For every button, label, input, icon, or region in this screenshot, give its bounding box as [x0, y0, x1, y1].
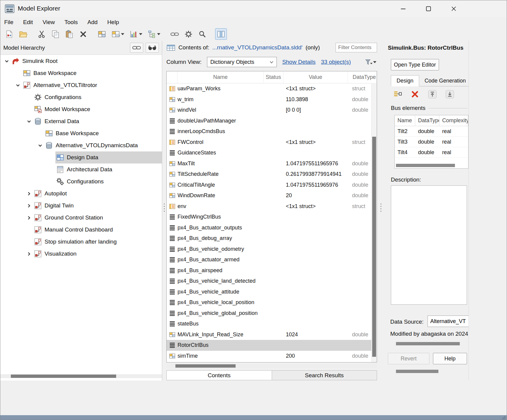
paste-icon-button[interactable] — [63, 28, 75, 40]
column-view-icon-button[interactable] — [215, 28, 227, 40]
panel-splitter-left[interactable] — [162, 41, 166, 381]
properties-hscrollbar-thumb[interactable] — [396, 342, 460, 345]
tree-item[interactable]: Digital Twin — [0, 200, 162, 212]
table-row[interactable]: WindDownRate20double — [167, 190, 377, 201]
tree-item[interactable]: Simulink Root — [0, 55, 162, 67]
bus-element-row[interactable]: Tilt4doublereal — [395, 147, 468, 158]
table-row[interactable]: px4_Bus_vehicle_land_detected — [167, 276, 377, 287]
tab-design[interactable]: Design — [391, 75, 419, 86]
glasses-button[interactable] — [146, 43, 159, 53]
tab-search-results[interactable]: Search Results — [272, 370, 377, 380]
contents-hscrollbar[interactable] — [166, 364, 377, 368]
column-header-name[interactable]: Name — [178, 71, 264, 83]
table-row[interactable]: GuidanceStates — [167, 148, 377, 158]
table-row[interactable]: innerLoopCmdsBus — [167, 126, 377, 137]
tree-item[interactable]: Base Workspace — [0, 67, 162, 79]
dropdown-arrow-icon[interactable] — [156, 33, 160, 35]
column-header-status[interactable]: Status — [264, 71, 283, 83]
tree-item[interactable]: Design Data — [0, 151, 162, 163]
expand-toggle[interactable] — [3, 59, 11, 64]
contents-hscrollbar-thumb[interactable] — [175, 364, 236, 368]
table-row[interactable]: px4_Bus_vehicle_local_position — [167, 297, 377, 308]
data-source-input[interactable] — [428, 316, 469, 327]
column-header-datatype[interactable]: DataType — [348, 71, 377, 83]
table-row[interactable]: px4_Bus_vehicle_odometry — [167, 244, 377, 255]
bus-element-row[interactable]: Tilt3doublereal — [395, 137, 468, 147]
workspace-grid-icon-button[interactable] — [96, 28, 108, 40]
chevron-right-icon[interactable] — [26, 215, 32, 220]
tree-item[interactable]: Visualization — [0, 248, 162, 260]
tree-item[interactable]: Alternative_VTOLDynamicsData — [0, 139, 162, 151]
move-down-button[interactable] — [444, 89, 456, 100]
chevron-right-icon[interactable] — [26, 191, 32, 196]
expand-toggle[interactable] — [25, 191, 33, 196]
expand-toggle[interactable] — [36, 143, 44, 148]
delete-icon-button[interactable] — [77, 28, 89, 40]
resize-grip[interactable] — [502, 415, 506, 419]
bus-element-row[interactable]: Tilt2doublereal — [395, 126, 468, 137]
show-details-link[interactable]: Show Details — [282, 59, 316, 65]
expand-toggle[interactable] — [14, 83, 22, 88]
help-button[interactable]: Help — [433, 353, 467, 364]
column-header-value[interactable]: Value — [283, 71, 348, 83]
chevron-down-icon[interactable] — [15, 83, 20, 88]
cut-icon-button[interactable] — [36, 28, 48, 40]
expand-toggle[interactable] — [25, 119, 33, 124]
dropdown-arrow-icon[interactable] — [120, 33, 124, 35]
tree-item[interactable]: Alternative_VTOLTiltrotor — [0, 79, 162, 91]
open-icon-button[interactable] — [17, 28, 29, 40]
tree-item[interactable]: Configurations — [0, 91, 162, 103]
table-row[interactable]: px4_Bus_vehicle_global_position — [167, 308, 377, 319]
menu-help[interactable]: Help — [107, 19, 119, 26]
table-row[interactable]: px4_Bus_vehicle_attitude — [167, 287, 377, 297]
tree-item[interactable]: Manual Control Dashboard — [0, 224, 162, 236]
move-up-button[interactable] — [426, 89, 438, 100]
tree-item[interactable]: Stop simulation after landing — [0, 236, 162, 248]
link-icon-button[interactable] — [169, 28, 181, 40]
expand-toggle[interactable] — [25, 203, 33, 208]
table-row[interactable]: windVel[0 0 0]double — [167, 105, 377, 116]
minimize-button[interactable] — [394, 2, 413, 15]
tree-item[interactable]: Ground Control Station — [0, 212, 162, 224]
bus-table-hscrollbar-thumb[interactable] — [396, 164, 455, 167]
close-button[interactable] — [444, 2, 463, 15]
chevron-right-icon[interactable] — [26, 203, 32, 208]
tree-item[interactable]: Model Workspace — [0, 103, 162, 115]
revert-button[interactable]: Revert — [388, 353, 429, 364]
tab-contents[interactable]: Contents — [166, 370, 272, 380]
find-icon-button[interactable] — [196, 28, 208, 40]
tree-item[interactable]: Architectural Data — [0, 163, 162, 176]
menu-tools[interactable]: Tools — [64, 19, 78, 26]
table-row[interactable]: RotorCtrlBus — [167, 340, 377, 351]
chevron-down-icon[interactable] — [26, 119, 32, 124]
column-view-select[interactable]: Dictionary Objects — [207, 57, 277, 67]
table-row[interactable]: px4_Bus_debug_array — [167, 233, 377, 244]
description-textarea[interactable] — [391, 185, 467, 305]
hierarchy-hscrollbar-thumb[interactable] — [11, 375, 116, 378]
table-row[interactable]: CriticalTiltAngle1.0471975511965976doubl… — [167, 180, 377, 191]
table-row[interactable]: px4_Bus_airspeed — [167, 265, 377, 276]
table-row[interactable]: px4_Bus_actuator_armed — [167, 254, 377, 265]
table-row[interactable]: doubleUavPathManager — [167, 116, 377, 126]
menu-edit[interactable]: Edit — [23, 19, 33, 26]
properties-bottom-hscrollbar-thumb[interactable] — [396, 370, 438, 373]
hierarchy-hscrollbar[interactable] — [0, 374, 162, 378]
table-row[interactable]: env<1x1 struct>struct — [167, 201, 377, 212]
dropdown-arrow-icon[interactable] — [138, 33, 142, 35]
filter-contents-input[interactable] — [335, 43, 377, 52]
open-type-editor-button[interactable]: Open Type Editor — [391, 59, 439, 70]
tree-item[interactable]: Base Workspace — [0, 127, 162, 139]
table-row[interactable]: FixedWingCtrlBus — [167, 212, 377, 222]
filter-menu-button[interactable] — [364, 58, 377, 66]
table-row[interactable]: uavParam_Works<1x1 struct>struct — [167, 83, 377, 94]
object-count-link[interactable]: 33 object(s) — [321, 59, 351, 65]
chevron-down-icon[interactable] — [38, 143, 43, 148]
maximize-button[interactable] — [419, 2, 438, 15]
menu-view[interactable]: View — [42, 19, 55, 26]
contents-vscrollbar-thumb[interactable] — [372, 137, 376, 357]
tree-item[interactable]: Autopilot — [0, 188, 162, 200]
contents-vscrollbar[interactable] — [371, 84, 377, 362]
copy-icon-button[interactable] — [50, 28, 61, 40]
remove-red-button[interactable] — [409, 89, 421, 100]
tab-code-generation[interactable]: Code Generation — [419, 76, 469, 86]
